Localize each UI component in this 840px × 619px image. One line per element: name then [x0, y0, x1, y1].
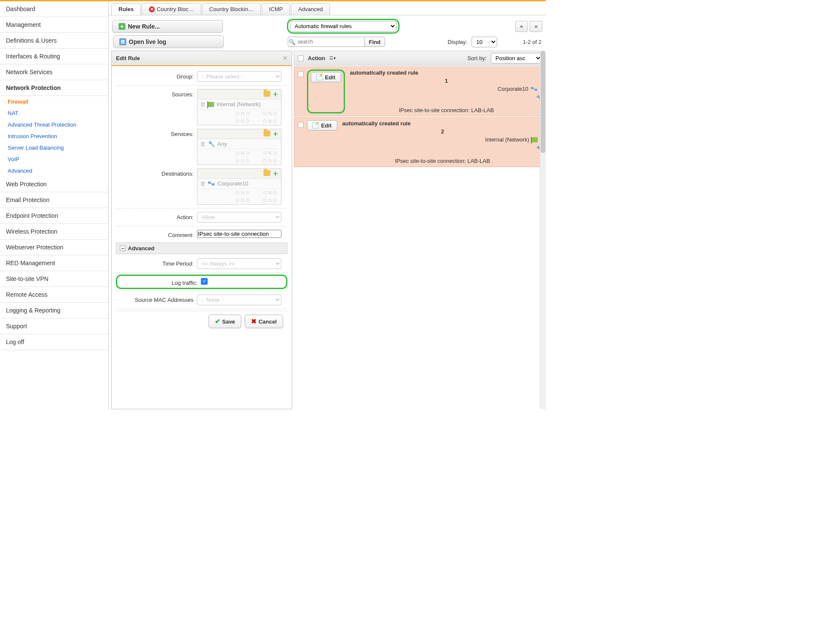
toolbar: + New Rule... Automatic firewall rules «… [109, 15, 546, 35]
flag-icon [208, 102, 214, 107]
network-icon [208, 181, 215, 186]
page-prev-button[interactable]: « [515, 21, 528, 32]
page-next-button[interactable]: » [530, 21, 542, 32]
add-icon[interactable]: + [272, 91, 279, 98]
subnav-nat[interactable]: NAT [0, 107, 108, 119]
sidebar-item-definitions[interactable]: Definitions & Users [0, 33, 108, 49]
search-icon: 🔍 [288, 38, 296, 46]
edit-panel-header: Edit Rule × [112, 51, 292, 66]
group-label: Group: [116, 71, 197, 80]
tab-icmp[interactable]: ICMP [262, 3, 290, 15]
tabs: Rules ✕Country Bloc… Country Blockin… IC… [109, 1, 546, 15]
action-label: Action: [116, 212, 197, 220]
sidebar: Dashboard Management Definitions & Users… [0, 1, 109, 409]
sidebar-item-logging[interactable]: Logging & Reporting [0, 303, 108, 318]
folder-icon[interactable] [264, 91, 270, 97]
subnav-atp[interactable]: Advanced Threat Protection [0, 119, 108, 130]
edit-icon [313, 122, 319, 128]
tab-country-blocking[interactable]: ✕Country Bloc… [142, 3, 201, 15]
action-select: Allow [197, 212, 281, 223]
close-icon[interactable]: × [283, 54, 287, 63]
rule-number: 1 [350, 76, 543, 86]
rule-number: 2 [342, 127, 543, 136]
filter-select[interactable]: Automatic firewall rules [290, 21, 397, 32]
sources-label: Sources: [116, 89, 197, 98]
check-icon: ✔ [215, 318, 220, 325]
open-live-log-button[interactable]: Open live log [113, 35, 224, 48]
subnav-ips[interactable]: Intrusion Prevention [0, 130, 108, 142]
subnav-voip[interactable]: VoIP [0, 153, 108, 165]
collapse-icon: − [120, 246, 125, 251]
edit-icon [316, 74, 322, 80]
sidebar-item-network-protection[interactable]: Network Protection [0, 80, 108, 96]
search-box: 🔍 Find [288, 37, 385, 47]
sidebar-item-webserver[interactable]: Webserver Protection [0, 240, 108, 255]
folder-icon[interactable] [264, 130, 270, 136]
log-icon [119, 38, 126, 45]
sidebar-item-management[interactable]: Management [0, 17, 108, 33]
svg-rect-3 [535, 89, 537, 91]
subnav-slb[interactable]: Server Load Balancing [0, 142, 108, 153]
display-select[interactable]: 10 [472, 37, 497, 47]
list-menu-icon[interactable]: ☰▾ [329, 55, 336, 62]
sidebar-item-endpoint[interactable]: Endpoint Protection [0, 208, 108, 224]
sidebar-item-network-services[interactable]: Network Services [0, 64, 108, 80]
add-icon[interactable]: + [272, 170, 279, 177]
sidebar-item-email[interactable]: Email Protection [0, 192, 108, 208]
destinations-box[interactable]: + 🗑 Corporate10 DND DND DND DND [197, 168, 281, 205]
body-row: Edit Rule × Group: :: Please select :: S… [109, 51, 546, 409]
sidebar-item-dashboard[interactable]: Dashboard [0, 1, 108, 17]
comment-input[interactable] [197, 230, 281, 238]
tab-advanced[interactable]: Advanced [291, 3, 330, 15]
select-all-checkbox[interactable] [298, 55, 304, 61]
sidebar-item-s2svpn[interactable]: Site-to-site VPN [0, 271, 108, 287]
source-mac-select: :: None :: [197, 295, 281, 305]
sidebar-item-web[interactable]: Web Protection [0, 176, 108, 192]
rule-checkbox[interactable] [298, 122, 304, 128]
result-count: 1-2 of 2 [523, 39, 542, 45]
advanced-section-header[interactable]: − Advanced [116, 243, 287, 254]
sort-select[interactable]: Position asc [491, 53, 542, 64]
sidebar-item-interfaces[interactable]: Interfaces & Routing [0, 49, 108, 64]
edit-rule-panel: Edit Rule × Group: :: Please select :: S… [111, 51, 292, 409]
subnav-advanced[interactable]: Advanced [0, 165, 108, 176]
edit-highlight: Edit [307, 69, 345, 113]
rule-row: Edit automatically created rule 2 Intern… [294, 117, 546, 167]
search-input[interactable] [296, 38, 364, 46]
tab-rules[interactable]: Rules [111, 3, 141, 15]
group-select: :: Please select :: [197, 71, 281, 82]
cancel-button[interactable]: ✖Cancel [245, 315, 283, 328]
sidebar-item-logoff[interactable]: Log off [0, 334, 108, 350]
scrollbar[interactable] [540, 51, 546, 409]
toolbar-2: Open live log 🔍 Find Display: 10 1-2 of … [109, 35, 546, 51]
rule-checkbox[interactable] [298, 71, 304, 77]
trash-icon[interactable]: 🗑 [200, 180, 206, 187]
edit-rule-button[interactable]: Edit [311, 72, 341, 82]
trash-icon[interactable]: 🗑 [200, 141, 206, 147]
destinations-label: Destinations: [116, 168, 197, 177]
trash-icon[interactable]: 🗑 [200, 101, 206, 107]
sidebar-item-remote[interactable]: Remote Access [0, 287, 108, 303]
add-icon[interactable]: + [272, 130, 279, 137]
subnav-firewall[interactable]: Firewall [0, 96, 108, 107]
services-box[interactable]: + 🗑🔧Any DND DND DND DND [197, 129, 281, 165]
svg-rect-2 [531, 87, 533, 89]
x-icon: ✖ [251, 318, 257, 325]
find-button[interactable]: Find [364, 38, 385, 46]
sources-box[interactable]: + 🗑Internal (Network) DND DND DND DND [197, 89, 281, 125]
new-rule-button[interactable]: + New Rule... [112, 20, 223, 33]
sidebar-item-wireless[interactable]: Wireless Protection [0, 224, 108, 240]
sidebar-item-support[interactable]: Support [0, 318, 108, 334]
sidebar-item-red[interactable]: RED Management [0, 255, 108, 271]
tab-country-blocking-2[interactable]: Country Blockin… [202, 3, 261, 15]
rule-title: automatically created rule [350, 69, 543, 76]
filter-highlight: Automatic firewall rules [287, 19, 400, 34]
plus-icon: + [119, 23, 125, 30]
time-period-label: Time Period: [116, 258, 197, 267]
save-button[interactable]: ✔Save [209, 315, 241, 328]
folder-icon[interactable] [264, 170, 270, 176]
log-traffic-checkbox[interactable]: ✓ [201, 278, 208, 285]
edit-rule-button[interactable]: Edit [307, 120, 337, 130]
log-traffic-label: Log traffic: [120, 278, 201, 286]
svg-rect-0 [208, 182, 211, 184]
